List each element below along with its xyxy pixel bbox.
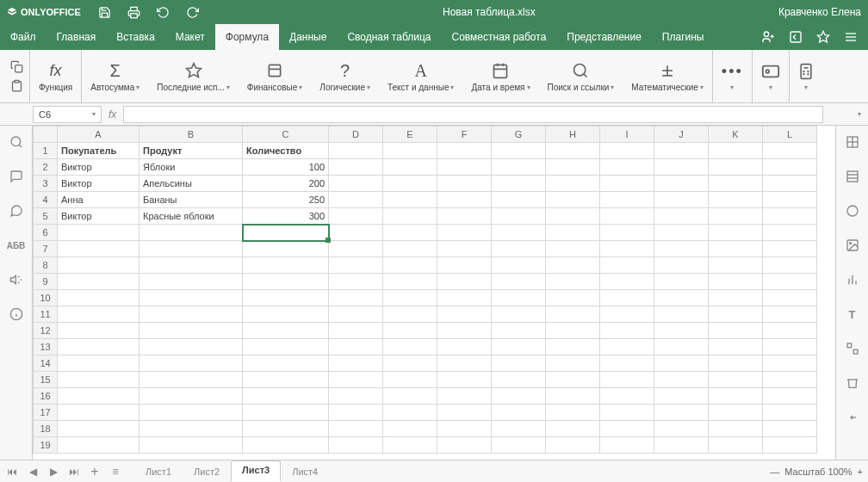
cell[interactable]: 100 <box>243 159 329 176</box>
location-icon[interactable] <box>789 30 803 44</box>
cell[interactable] <box>329 372 383 388</box>
sheet-tab[interactable]: Лист4 <box>281 462 329 481</box>
menu-plugins[interactable]: Плагины <box>652 24 715 50</box>
cell[interactable] <box>546 437 600 454</box>
cell[interactable] <box>58 339 140 355</box>
cell[interactable] <box>600 339 654 355</box>
cell[interactable] <box>140 437 243 454</box>
cell[interactable] <box>546 388 600 405</box>
cell[interactable] <box>243 405 329 421</box>
cell[interactable] <box>763 208 817 225</box>
paste-icon[interactable] <box>9 78 24 94</box>
cell[interactable] <box>654 176 709 192</box>
cell[interactable] <box>383 159 437 176</box>
ribbon-autosum[interactable]: Σ Автосумма▾ <box>82 50 148 102</box>
cell[interactable] <box>383 306 437 323</box>
cell[interactable] <box>546 241 600 257</box>
comments-icon[interactable] <box>9 169 24 184</box>
cell[interactable] <box>437 159 492 176</box>
cell[interactable] <box>492 437 546 454</box>
cell[interactable] <box>437 339 492 355</box>
ribbon-logical[interactable]: ? Логические▾ <box>311 50 379 102</box>
spellcheck-icon[interactable]: АБВ <box>9 238 24 253</box>
cell[interactable] <box>140 372 243 388</box>
name-box[interactable]: C6 ▾ <box>33 106 102 123</box>
cell[interactable] <box>437 257 492 274</box>
cell[interactable] <box>709 257 763 274</box>
cell[interactable] <box>600 323 654 339</box>
cell[interactable] <box>546 323 600 339</box>
cell[interactable] <box>383 339 437 355</box>
cell[interactable] <box>763 405 817 421</box>
cell[interactable] <box>600 225 654 241</box>
row-header[interactable]: 12 <box>34 323 58 339</box>
cell[interactable] <box>546 159 600 176</box>
row-header[interactable]: 17 <box>34 405 58 421</box>
ribbon-recent[interactable]: Последние исп...▾ <box>148 50 239 102</box>
cell[interactable] <box>546 405 600 421</box>
cell[interactable] <box>709 306 763 323</box>
cell[interactable] <box>329 208 383 225</box>
cell[interactable]: 300 <box>243 208 329 225</box>
cell[interactable] <box>437 241 492 257</box>
cell[interactable] <box>329 421 383 437</box>
cell[interactable] <box>437 176 492 192</box>
undo-icon[interactable] <box>157 5 170 19</box>
cell[interactable] <box>383 143 437 159</box>
cell[interactable] <box>763 274 817 290</box>
cell[interactable] <box>243 437 329 454</box>
cell[interactable] <box>437 143 492 159</box>
cell[interactable] <box>492 208 546 225</box>
cell[interactable] <box>600 405 654 421</box>
row-header[interactable]: 5 <box>34 208 58 225</box>
cell[interactable] <box>383 225 437 241</box>
col-header[interactable]: H <box>546 127 600 143</box>
cell[interactable] <box>709 388 763 405</box>
cell[interactable] <box>492 225 546 241</box>
cell[interactable] <box>140 274 243 290</box>
cell[interactable]: 250 <box>243 192 329 208</box>
menu-home[interactable]: Главная <box>46 24 107 50</box>
find-icon[interactable] <box>9 134 24 150</box>
cell[interactable] <box>140 355 243 372</box>
ribbon-lookup[interactable]: Поиск и ссылки▾ <box>539 50 623 102</box>
cell[interactable] <box>140 241 243 257</box>
cell[interactable] <box>654 323 709 339</box>
prev-sheet-button[interactable]: ◀ <box>26 465 40 479</box>
cell[interactable] <box>58 355 140 372</box>
cell[interactable]: Красные яблоки <box>140 208 243 225</box>
cell[interactable] <box>654 372 709 388</box>
cell[interactable]: Продукт <box>140 143 243 159</box>
cell[interactable] <box>437 290 492 306</box>
cell[interactable] <box>600 257 654 274</box>
cell[interactable] <box>58 421 140 437</box>
cell[interactable] <box>437 405 492 421</box>
cell[interactable] <box>383 176 437 192</box>
cell[interactable] <box>243 290 329 306</box>
ribbon-function[interactable]: fx Функция <box>30 50 82 102</box>
cell[interactable] <box>329 355 383 372</box>
cell[interactable] <box>329 159 383 176</box>
sheet-tab-active[interactable]: Лист3 <box>231 460 281 481</box>
cell[interactable] <box>763 176 817 192</box>
col-header[interactable]: G <box>492 127 546 143</box>
menu-file[interactable]: Файл <box>0 24 46 50</box>
cell[interactable] <box>437 208 492 225</box>
cell[interactable] <box>654 437 709 454</box>
cell[interactable] <box>58 290 140 306</box>
sheet-tab[interactable]: Лист1 <box>134 462 183 481</box>
cell[interactable] <box>709 143 763 159</box>
copy-icon[interactable] <box>9 59 24 75</box>
cell-settings-icon[interactable] <box>845 134 860 150</box>
row-header[interactable]: 13 <box>34 339 58 355</box>
cell[interactable] <box>654 274 709 290</box>
share-icon[interactable] <box>761 30 775 44</box>
cell[interactable] <box>600 241 654 257</box>
cell[interactable]: Виктор <box>58 176 140 192</box>
cell[interactable] <box>492 257 546 274</box>
cell[interactable] <box>492 355 546 372</box>
cell[interactable] <box>763 388 817 405</box>
cell[interactable] <box>140 421 243 437</box>
active-cell[interactable] <box>243 225 329 241</box>
cell[interactable] <box>763 290 817 306</box>
